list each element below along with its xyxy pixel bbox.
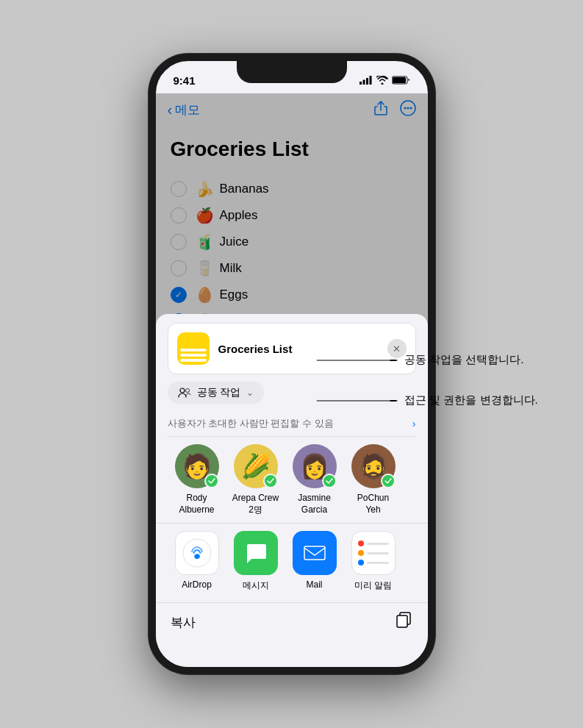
avatar-wrap-pochun: 🧔	[351, 444, 396, 488]
svg-rect-2	[366, 78, 368, 85]
app-item-reminders[interactable]: 미리 알림	[344, 531, 403, 592]
svg-point-11	[185, 389, 189, 393]
collab-section: 공동 작업 ⌄	[168, 382, 416, 404]
permission-text: 사용자가 초대한 사람만 편집할 수 있음	[168, 417, 334, 430]
share-note-preview: Groceries List ✕	[168, 323, 416, 374]
collab-label: 공동 작업	[197, 386, 241, 399]
svg-rect-3	[369, 76, 371, 85]
contact-name-rody: RodyAlbuerne	[179, 493, 214, 515]
avatar-wrap-rody: 🧑	[175, 444, 219, 488]
app-name-airdrop: AirDrop	[182, 579, 212, 590]
app-name-mail: Mail	[306, 579, 322, 590]
reminders-icon	[351, 531, 396, 575]
sheet-bottom: 복사	[156, 602, 428, 634]
svg-point-13	[195, 554, 199, 559]
share-overlay: Groceries List ✕ 공동 작업	[156, 93, 428, 667]
svg-rect-14	[304, 546, 325, 560]
collab-button[interactable]: 공동 작업 ⌄	[168, 382, 265, 404]
phone-frame: 9:41	[149, 54, 435, 674]
app-item-airdrop[interactable]: AirDrop	[168, 531, 226, 592]
wifi-icon	[376, 76, 388, 85]
contact-item-jasmine[interactable]: 👩 JasmineGarcia	[285, 444, 344, 515]
avatar-badge-jasmine	[322, 474, 337, 488]
mail-icon	[293, 531, 337, 575]
avatar-badge-rody	[204, 474, 219, 488]
avatar-badge-pochun	[381, 474, 396, 488]
svg-point-10	[180, 388, 185, 393]
share-close-button[interactable]: ✕	[387, 339, 407, 358]
content-area: ‹ 메모	[156, 93, 428, 667]
contact-item-rody[interactable]: 🧑 RodyAlbuerne	[168, 444, 226, 515]
airdrop-icon	[175, 531, 219, 575]
svg-point-12	[183, 539, 211, 567]
copy-button[interactable]: 복사	[171, 614, 196, 631]
app-name-messages: 메시지	[243, 579, 269, 592]
status-time: 9:41	[174, 74, 196, 87]
close-icon: ✕	[393, 343, 401, 354]
app-item-messages[interactable]: 메시지	[226, 531, 285, 592]
svg-rect-5	[393, 77, 406, 83]
avatar-badge-arepa	[263, 474, 278, 488]
notch	[237, 61, 347, 83]
note-icon	[177, 332, 210, 365]
status-icons	[360, 76, 410, 85]
app-item-mail[interactable]: Mail	[285, 531, 344, 592]
contact-name-pochun: PoChunYeh	[357, 493, 389, 515]
apps-row: AirDrop 메시지	[156, 523, 428, 599]
share-note-title: Groceries List	[218, 343, 293, 355]
battery-icon	[392, 76, 410, 85]
avatar-wrap-arepa: 🌽	[234, 444, 278, 488]
contact-item-arepa[interactable]: 🌽 Arepa Crew2명	[226, 444, 285, 515]
contacts-row: 🧑 RodyAlbuerne 🌽	[156, 437, 428, 523]
svg-rect-16	[397, 615, 407, 627]
signal-icon	[360, 76, 373, 85]
permission-chevron-icon: ›	[412, 418, 416, 429]
contact-item-pochun[interactable]: 🧔 PoChunYeh	[344, 444, 403, 515]
svg-rect-0	[360, 82, 362, 85]
messages-icon	[234, 531, 278, 575]
permission-row[interactable]: 사용자가 초대한 사람만 편집할 수 있음 ›	[168, 411, 416, 437]
contact-name-arepa: Arepa Crew2명	[232, 493, 279, 515]
svg-rect-1	[362, 80, 365, 85]
app-name-reminders: 미리 알림	[354, 579, 392, 592]
share-sheet: Groceries List ✕ 공동 작업	[156, 314, 428, 667]
avatar-wrap-jasmine: 👩	[293, 444, 337, 488]
collab-chevron-icon: ⌄	[246, 388, 254, 398]
people-icon	[178, 388, 191, 398]
contact-name-jasmine: JasmineGarcia	[298, 493, 331, 515]
copy-icon[interactable]	[394, 610, 413, 634]
